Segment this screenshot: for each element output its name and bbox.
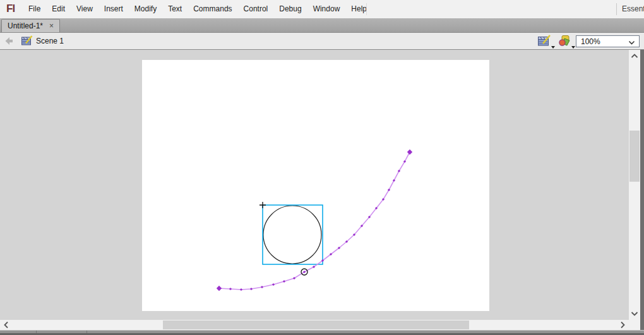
motion-path-frame-dot[interactable]	[272, 283, 275, 286]
stage-overlay	[0, 50, 629, 320]
chevron-up-icon	[631, 54, 638, 59]
flash-application-window: Fl File Edit View Insert Modify Text Com…	[0, 0, 644, 335]
menu-item-insert[interactable]: Insert	[98, 0, 129, 18]
motion-path-frame-dot[interactable]	[240, 288, 242, 291]
menu-item-modify[interactable]: Modify	[129, 0, 162, 18]
edit-scene-clapperboard-icon	[537, 35, 551, 47]
zoom-level-value: 100%	[581, 37, 600, 46]
menu-item-view[interactable]: View	[71, 0, 98, 18]
menu-item-text[interactable]: Text	[162, 0, 188, 18]
transform-point-crosshair	[259, 202, 266, 208]
vertical-scrollbar-thumb[interactable]	[629, 131, 640, 182]
document-tab-label: Untitled-1*	[8, 21, 43, 30]
vertical-scrollbar[interactable]	[629, 50, 640, 320]
menu-item-edit[interactable]: Edit	[46, 0, 71, 18]
menu-item-help[interactable]: Help	[345, 0, 373, 18]
document-tab-untitled-1[interactable]: Untitled-1* ×	[1, 19, 60, 32]
menu-bar: Fl File Edit View Insert Modify Text Com…	[0, 0, 644, 18]
scrollbar-corner	[629, 320, 640, 330]
chevron-down-icon	[631, 311, 638, 316]
document-tab-bar: Untitled-1* ×	[0, 18, 644, 32]
edit-scene-button[interactable]	[537, 35, 555, 49]
oval-shape[interactable]	[263, 206, 321, 264]
scene-name-label[interactable]: Scene 1	[36, 33, 64, 49]
chevron-down-icon	[628, 38, 635, 47]
scroll-left-button[interactable]	[1, 320, 11, 330]
scroll-right-button[interactable]	[617, 320, 628, 330]
menu-item-file[interactable]: File	[23, 0, 46, 18]
menu-item-commands[interactable]: Commands	[188, 0, 237, 18]
edit-bar: Scene 1 100%	[0, 32, 644, 50]
scene-clapperboard-icon	[21, 35, 33, 49]
edit-symbols-button[interactable]	[558, 35, 575, 49]
motion-path-endpoint[interactable]	[407, 150, 412, 155]
motion-path-frame-dot[interactable]	[261, 286, 263, 288]
back-button[interactable]	[4, 37, 15, 45]
scroll-up-button[interactable]	[629, 51, 640, 61]
horizontal-scrollbar-thumb[interactable]	[163, 320, 469, 329]
menu-item-control[interactable]: Control	[238, 0, 274, 18]
motion-path-frame-dot[interactable]	[229, 288, 232, 290]
edit-symbols-shapes-icon	[558, 35, 571, 47]
motion-path-endpoint[interactable]	[217, 286, 222, 291]
chevron-right-icon	[620, 321, 625, 329]
flash-logo: Fl	[6, 3, 15, 15]
workspace-switcher[interactable]: Essentials	[622, 0, 644, 18]
motion-path-frame-dot[interactable]	[250, 288, 253, 290]
dropdown-arrow-icon	[551, 46, 555, 49]
panel-splitter[interactable]	[0, 330, 644, 335]
menu-item-debug[interactable]: Debug	[273, 0, 307, 18]
menu-item-window[interactable]: Window	[307, 0, 346, 18]
dropdown-arrow-icon	[571, 46, 575, 49]
panel-edge-divider	[640, 50, 644, 335]
chevron-left-icon	[4, 321, 9, 329]
menu-separator	[366, 3, 367, 15]
close-icon[interactable]: ×	[49, 22, 54, 30]
menu-items: File Edit View Insert Modify Text Comman…	[23, 0, 373, 18]
horizontal-scrollbar[interactable]	[0, 320, 629, 330]
motion-path-frame-dot[interactable]	[283, 280, 285, 283]
scroll-down-button[interactable]	[629, 309, 640, 319]
workspace-separator	[616, 3, 617, 15]
back-arrow-icon	[4, 37, 15, 45]
zoom-level-select[interactable]: 100%	[576, 35, 640, 47]
pasteboard[interactable]	[0, 50, 629, 320]
